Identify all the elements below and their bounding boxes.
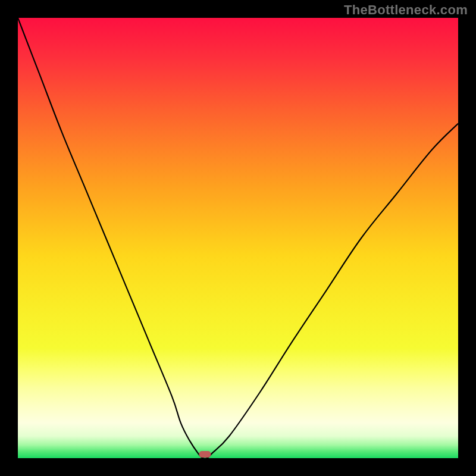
plot-area [18, 18, 458, 458]
bottleneck-curve [18, 18, 458, 458]
curve-path [18, 18, 458, 459]
watermark-text: TheBottleneck.com [344, 2, 468, 18]
chart-frame: TheBottleneck.com [0, 0, 476, 476]
minimum-marker [199, 451, 211, 458]
